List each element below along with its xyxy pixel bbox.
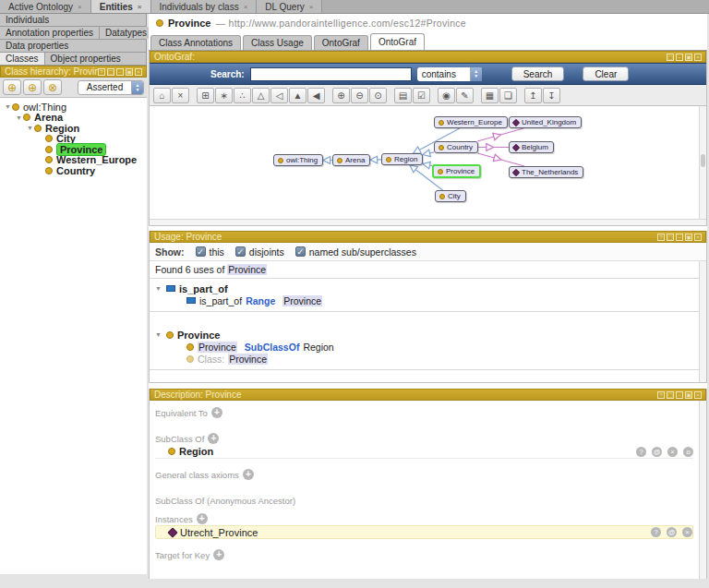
dropdown-stepper-icon[interactable]: ▲▼ — [131, 81, 143, 94]
edit-button[interactable]: o — [683, 447, 693, 457]
graph-node-province[interactable]: Province — [432, 164, 481, 178]
annotate-button[interactable]: @ — [652, 447, 662, 457]
help-icon[interactable]: ? — [657, 234, 665, 241]
remove-node-icon[interactable]: × — [172, 88, 189, 103]
description-vertical-scrollbar[interactable] — [699, 401, 706, 582]
minimize-icon[interactable]: – — [676, 54, 683, 61]
tree-down-alt-layout-icon[interactable]: ▲ — [289, 88, 306, 103]
minimize-icon[interactable]: – — [116, 68, 124, 76]
checkbox-icon[interactable]: ✓ — [196, 246, 206, 257]
close-icon[interactable]: × — [694, 54, 702, 61]
annotate-button[interactable]: @ — [667, 527, 677, 537]
close-icon[interactable]: × — [694, 234, 702, 241]
delete-button[interactable]: × — [667, 447, 678, 457]
float-icon[interactable]: ▢ — [107, 68, 114, 76]
explain-button[interactable]: ? — [651, 527, 661, 537]
grid-layout-icon[interactable]: ⊞ — [197, 88, 214, 103]
graph-node-country[interactable]: Country — [434, 141, 478, 153]
delete-button[interactable]: × — [682, 527, 692, 537]
asserted-dropdown[interactable]: Asserted ▲▼ — [78, 80, 144, 95]
tree-item-western-europe[interactable]: Western_Europe — [0, 155, 147, 166]
search-button[interactable]: Search — [511, 66, 565, 81]
zoom-reset-icon[interactable]: ⊙ — [369, 88, 387, 103]
tree-item-region[interactable]: ▼Region — [0, 123, 147, 134]
add-subclass-button[interactable]: ⊕ — [3, 79, 21, 95]
add-icon[interactable]: + — [197, 513, 208, 524]
open-graph-icon[interactable]: ❏ — [499, 88, 517, 103]
expand-arrow-icon[interactable]: ▼ — [26, 125, 34, 131]
tab-data-properties[interactable]: Data properties — [0, 40, 147, 52]
add-icon[interactable]: + — [208, 433, 219, 444]
maximize-icon[interactable]: ▣ — [126, 68, 133, 76]
workspace-tab-dl-query[interactable]: DL Query× — [257, 0, 322, 13]
radial-layout-icon[interactable]: ∗ — [215, 88, 233, 103]
edit-icon[interactable]: ✎ — [456, 88, 474, 103]
close-tab-icon[interactable]: × — [138, 3, 142, 11]
graph-node-united-kingdom[interactable]: United_Kingdom — [509, 116, 582, 128]
view-tab-class-annotations[interactable]: Class Annotations — [150, 35, 241, 50]
expand-arrow-icon[interactable]: ▼ — [155, 285, 162, 292]
filter-disjoints[interactable]: ✓disjoints — [235, 246, 284, 258]
import-graph-icon[interactable]: ↧ — [543, 88, 560, 103]
tree-item-arena[interactable]: ▼Arena — [0, 113, 147, 124]
tree-right-layout-icon[interactable]: ◁ — [270, 88, 288, 103]
float-icon[interactable]: ▢ — [667, 391, 674, 399]
usage-vertical-scrollbar[interactable] — [699, 261, 706, 382]
dropdown-stepper-icon[interactable]: ▲▼ — [470, 67, 482, 81]
help-icon[interactable]: ? — [98, 68, 105, 76]
tab-individuals[interactable]: Individuals — [0, 14, 147, 26]
checkbox-icon[interactable]: ✓ — [295, 246, 306, 257]
usage-row[interactable]: Class: Province — [150, 353, 706, 365]
arc-filter-icon[interactable]: ☑ — [413, 88, 430, 103]
workspace-tab-entities[interactable]: Entities× — [91, 0, 151, 13]
close-icon[interactable]: × — [694, 391, 702, 399]
workspace-tab-individuals-by-class[interactable]: Individuals by class× — [151, 0, 258, 13]
add-icon[interactable]: + — [213, 549, 224, 560]
add-icon[interactable]: + — [211, 407, 222, 418]
graph-vertical-scrollbar[interactable] — [699, 106, 706, 219]
usage-group-header[interactable]: ▼Province — [150, 329, 706, 341]
usage-group-header[interactable]: ▼is_part_of — [150, 282, 706, 294]
spring-layout-icon[interactable]: ∴ — [234, 88, 251, 103]
checkbox-icon[interactable]: ✓ — [235, 246, 246, 257]
view-tab-ontograf[interactable]: OntoGraf — [314, 35, 368, 50]
graph-canvas[interactable]: owl:ThingArenaRegionWestern_EuropeCountr… — [150, 106, 706, 219]
expand-arrow-icon[interactable]: ▼ — [15, 114, 23, 121]
workspace-tab-active-ontology[interactable]: Active Ontology× — [0, 0, 91, 13]
float-icon[interactable]: ▢ — [667, 234, 674, 241]
minimize-icon[interactable]: – — [676, 234, 683, 241]
tree-item-province[interactable]: Province — [0, 144, 147, 155]
minimize-icon[interactable]: – — [676, 391, 683, 399]
maximize-icon[interactable]: ▣ — [685, 391, 692, 399]
view-tab-class-usage[interactable]: Class Usage — [243, 35, 312, 50]
graph-horizontal-scrollbar[interactable] — [150, 219, 706, 225]
graph-node-belgium[interactable]: Belgium — [509, 141, 554, 153]
zoom-out-icon[interactable]: ⊖ — [351, 88, 368, 103]
tab-object-properties[interactable]: Object properties — [45, 53, 147, 65]
description-row-region[interactable]: Region?@×o — [155, 445, 693, 459]
graph-node-the-netherlands[interactable]: The_Netherlands — [509, 166, 583, 178]
graph-node-arena[interactable]: Arena — [332, 154, 370, 166]
graph-node-owl-thing[interactable]: owl:Thing — [273, 154, 323, 166]
expand-arrow-icon[interactable]: ▼ — [4, 103, 12, 110]
close-tab-icon[interactable]: × — [78, 3, 82, 11]
graph-node-city[interactable]: City — [435, 190, 466, 202]
search-input[interactable] — [250, 67, 412, 81]
tree-down-layout-icon[interactable]: △ — [252, 88, 270, 103]
save-graph-icon[interactable]: ▦ — [481, 88, 499, 103]
screenshot-icon[interactable]: ◉ — [438, 88, 455, 103]
tree-item-country[interactable]: Country — [0, 165, 147, 176]
usage-row[interactable]: is_part_of Range Province — [150, 294, 706, 306]
tab-classes[interactable]: Classes — [0, 53, 45, 65]
graph-node-region[interactable]: Region — [381, 153, 423, 165]
add-sibling-class-button[interactable]: ⊕ — [23, 79, 42, 95]
explain-button[interactable]: ? — [636, 447, 646, 457]
tree-item-owl-thing[interactable]: ▼owl:Thing — [0, 102, 147, 113]
expand-arrow-icon[interactable]: ▼ — [155, 331, 162, 338]
close-tab-icon[interactable]: × — [309, 3, 314, 11]
help-icon[interactable]: ? — [657, 391, 665, 399]
delete-class-button[interactable]: ⊗ — [43, 79, 62, 95]
maximize-icon[interactable]: ▣ — [685, 234, 692, 241]
match-option-dropdown[interactable]: contains ▲▼ — [417, 67, 482, 81]
filter-this[interactable]: ✓this — [196, 246, 224, 258]
